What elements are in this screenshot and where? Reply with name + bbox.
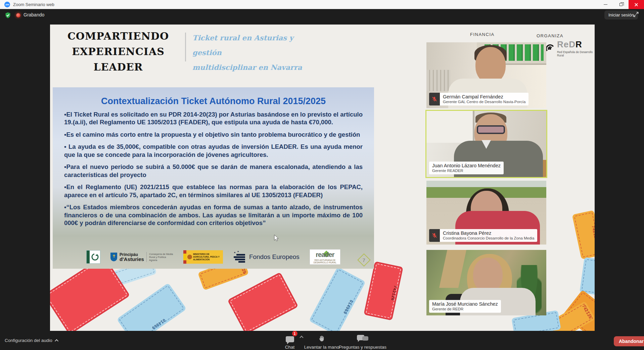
participant-name-label: Germán Campal Fernández Gerente GAL Cent… [429, 93, 528, 105]
ticket-decoration [580, 257, 595, 295]
organiza-label: ORGANIZA [537, 33, 563, 38]
participant-video-2-active-speaker: Juan Antonio Lázaro Menéndez Gerente REA… [425, 110, 547, 178]
recording-dot-icon [16, 13, 20, 17]
brand-divider [185, 33, 186, 61]
mic-muted-icon [429, 229, 440, 242]
brand-title-line1: COMPARTIENDO [56, 29, 180, 44]
ticket-decoration: 742126 [572, 210, 595, 260]
slide-title: Contextualización Ticket Autónomo Rural … [53, 96, 374, 106]
ticket-decoration: 742126 [364, 261, 403, 320]
redr-logo: ReDR Red Española de Desarrollo Rural [542, 39, 595, 57]
qa-icon [357, 335, 368, 342]
asturias-shield-icon [110, 253, 117, 261]
bullet-item: •Para el nuevo periodo se subirá a 50.00… [64, 163, 363, 179]
event-brand-title: COMPARTIENDO EXPERIENCIAS LEADER [56, 29, 180, 75]
mic-muted-icon [429, 93, 440, 105]
event-subtitle: Ticket rural en Asturias y gestión multi… [192, 31, 307, 75]
participant-name-label: Juan Antonio Lázaro Menéndez Gerente REA… [429, 162, 504, 174]
crest-icon [187, 255, 192, 259]
brand-title-line2: EXPERIENCIAS LEADER [56, 44, 180, 75]
window-titlebar: zm Zoom Seminario web [0, 0, 644, 9]
spain-flag-icon [183, 250, 186, 264]
ticket-decoration [227, 272, 298, 331]
audio-settings-button[interactable]: Configuración del audio [5, 338, 58, 343]
mouse-cursor [274, 234, 279, 243]
raise-hand-icon [318, 334, 325, 342]
window-title: Zoom Seminario web [13, 2, 54, 7]
ministerio-logo: MINISTERIO DE AGRICULTURA, PESCA Y ALIME… [183, 250, 223, 264]
participant-name-label: Cristina Bayona Pérez Coordinadora Conso… [429, 229, 537, 242]
bullet-item: •El Ticket Rural es solicitado en su PDR… [64, 111, 363, 126]
participant-name-label: María José Murciano Sánchez Gerente de R… [429, 300, 501, 313]
reader-logo: reader RED ASTURIANA DE DESARROLLO RURAL [310, 249, 340, 265]
security-shield-icon[interactable] [4, 12, 11, 20]
close-button[interactable] [629, 0, 644, 9]
maximize-button[interactable] [613, 0, 629, 9]
ticket-decoration: 014969 [117, 283, 186, 331]
asturias-logo: Principáu d'Asturies Conseyería de Media… [110, 252, 173, 262]
footer-logos-row: Principáu d'Asturies Conseyería de Media… [53, 248, 374, 266]
bullet-item: • La ayuda es de 35,000€, compatible con… [64, 143, 363, 159]
minimize-button[interactable] [598, 0, 613, 9]
bullet-item: •En el Reglamento (UE) 2021/2115 que est… [64, 183, 363, 199]
chat-icon [286, 336, 294, 342]
chat-unread-badge: 1 [292, 331, 297, 336]
participant-video-4: María José Murciano Sánchez Gerente de R… [426, 250, 546, 315]
participant-video-3: Cristina Bayona Pérez Coordinadora Conso… [426, 181, 546, 245]
bullet-item: •Es el camino más corto entre la propues… [64, 131, 363, 138]
financia-label: FINANCIA [470, 32, 495, 37]
eu-flag-icon: ★★ [233, 251, 246, 263]
chat-button[interactable]: 1 Chat [278, 334, 302, 350]
qa-button[interactable]: Preguntas y respuestas [331, 334, 395, 350]
fondos-europeos-logo: ★★ Fondos Europeos [233, 251, 300, 263]
slide-bullet-list: •El Ticket Rural es solicitado en su PDR… [53, 106, 374, 227]
leader-logo [86, 250, 100, 264]
zoom-app-icon: zm [4, 2, 10, 7]
fullscreen-icon[interactable] [633, 11, 639, 19]
recording-label: Grabando [24, 12, 44, 17]
bullet-item: •“Los Estados miembros concederán ayudas… [64, 203, 363, 227]
chevron-up-icon [55, 339, 58, 343]
participant-video-1: Germán Campal Fernández Gerente GAL Cent… [426, 42, 546, 108]
slide-content-box: Contextualización Ticket Autónomo Rural … [53, 87, 374, 269]
leave-button[interactable]: Abandonar [614, 336, 644, 346]
ticket-decoration: 014969 [309, 267, 366, 331]
